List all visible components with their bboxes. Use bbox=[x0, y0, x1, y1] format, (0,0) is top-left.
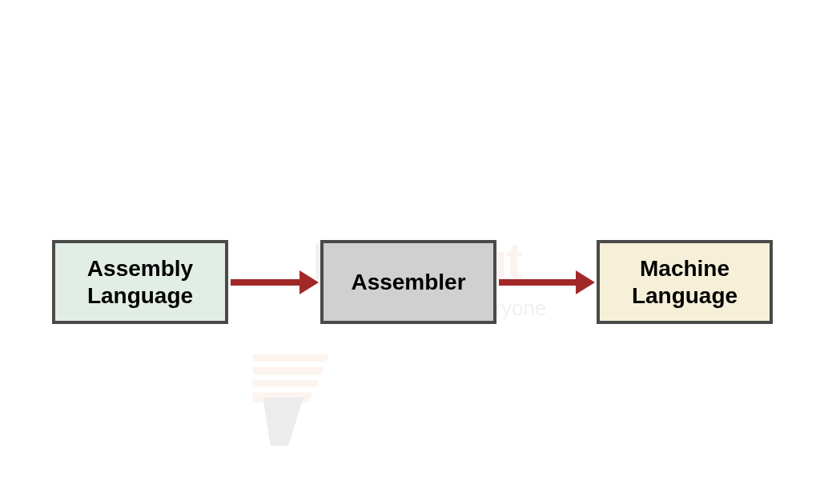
arrow-2 bbox=[499, 270, 595, 294]
box-assembly-language: Assembly Language bbox=[52, 240, 228, 324]
box-machine-language: Machine Language bbox=[597, 240, 773, 324]
box-label: Machine Language bbox=[600, 255, 770, 309]
assembler-flow-diagram: Assembly Language Assembler Machine Lang… bbox=[0, 0, 820, 504]
box-label: Assembly Language bbox=[55, 255, 225, 309]
box-assembler: Assembler bbox=[320, 240, 496, 324]
arrow-head-icon bbox=[576, 270, 595, 294]
arrow-1 bbox=[231, 270, 319, 294]
arrow-head-icon bbox=[299, 270, 319, 294]
arrow-line-icon bbox=[499, 279, 577, 286]
box-label: Assembler bbox=[351, 269, 465, 296]
arrow-line-icon bbox=[231, 279, 301, 286]
